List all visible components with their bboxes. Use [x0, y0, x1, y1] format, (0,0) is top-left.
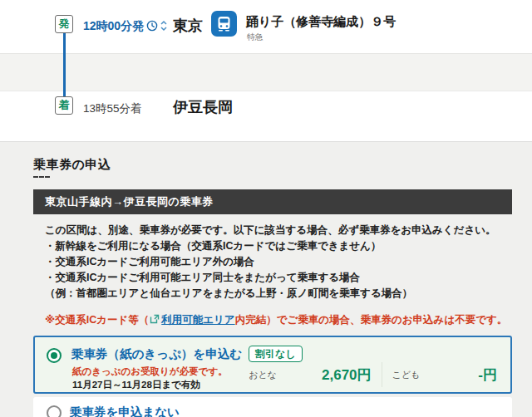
heading-dash-accent — [33, 176, 50, 178]
route-spacer-band — [0, 53, 532, 91]
desc-line: ・交通系ICカードご利用可能エリア外の場合 — [45, 254, 512, 270]
option-label[interactable]: 乗車券（紙のきっぷ）を申込む — [71, 346, 242, 362]
clock-icon — [146, 20, 158, 34]
external-link-icon — [150, 314, 160, 326]
desc-line: ・新幹線をご利用になる場合（交通系ICカードではご乗車できません） — [45, 238, 512, 254]
adult-fare-value: 2,670円 — [322, 365, 372, 385]
section-heading: 乗車券の申込 — [33, 157, 512, 173]
fare-divider — [382, 362, 382, 387]
time-sort-icon[interactable] — [160, 20, 167, 34]
option-label[interactable]: 乗車券を申込まない — [70, 405, 180, 417]
desc-line: この区間は、別途、乗車券が必要です。以下に該当する場合、必ず乗車券をお申込みくだ… — [45, 223, 512, 238]
desc-line: （例：首都圏エリアと仙台エリアをまたがる上野・原ノ町間を乗車する場合） — [45, 286, 512, 302]
arrival-time: 13時55分着 — [83, 101, 142, 116]
ticket-route-bar: 東京山手線内→伊豆長岡の乗車券 — [33, 189, 512, 214]
train-type-label: 特急 — [247, 32, 264, 43]
no-discount-badge: 割引なし — [249, 346, 303, 362]
option-no-ticket[interactable]: 乗車券を申込まない — [33, 397, 512, 417]
notice-suffix: 内完結）でご乗車の場合、乗車券のお申込みは不要です。 — [235, 313, 508, 327]
arrival-badge: 着 — [55, 96, 73, 115]
departure-time-text: 12時00分発 — [83, 19, 144, 34]
child-fare-value: -円 — [478, 365, 497, 385]
validity-period: 11月27日～11月28日まで有効 — [72, 379, 200, 391]
ticket-description: この区間は、別途、乗車券が必要です。以下に該当する場合、必ず乗車券をお申込みくだ… — [33, 223, 512, 302]
ic-card-notice: ※交通系ICカード等（ 利用可能エリア 内完結）でご乗車の場合、乗車券のお申込み… — [33, 313, 512, 327]
departure-station: 東京 — [173, 16, 203, 36]
radio-selected[interactable] — [47, 348, 62, 363]
pickup-required-note: 紙のきっぷのお受取りが必要です。 — [72, 365, 228, 378]
child-fare-label: こども — [392, 369, 421, 381]
departure-time[interactable]: 12時00分発 — [83, 19, 167, 34]
desc-line: ・交通系ICカードご利用可能エリア同士をまたがって乗車する場合 — [45, 270, 512, 286]
trip-ticket-page: 発 12時00分発 東京 踊り子（修善寺編成）９号 特急 着 13時55分着 伊… — [0, 0, 532, 417]
arrival-station: 伊豆長岡 — [173, 97, 233, 117]
fare-summary: おとな 2,670円 こども -円 — [249, 362, 497, 387]
notice-prefix: ※交通系ICカード等（ — [45, 313, 149, 327]
radio-unselected[interactable] — [47, 405, 62, 417]
route-connector-line — [63, 33, 66, 100]
train-name: 踊り子（修善寺編成）９号 — [246, 14, 396, 30]
option-apply-paper-ticket[interactable]: 乗車券（紙のきっぷ）を申込む 割引なし 紙のきっぷのお受取りが必要です。 11月… — [33, 336, 512, 394]
train-icon — [211, 11, 237, 37]
usable-area-link[interactable]: 利用可能エリア — [161, 313, 234, 327]
departure-badge: 発 — [55, 15, 73, 33]
ticket-application-section: 乗車券の申込 東京山手線内→伊豆長岡の乗車券 この区間は、別途、乗車券が必要です… — [0, 141, 532, 417]
adult-fare-label: おとな — [249, 369, 277, 381]
